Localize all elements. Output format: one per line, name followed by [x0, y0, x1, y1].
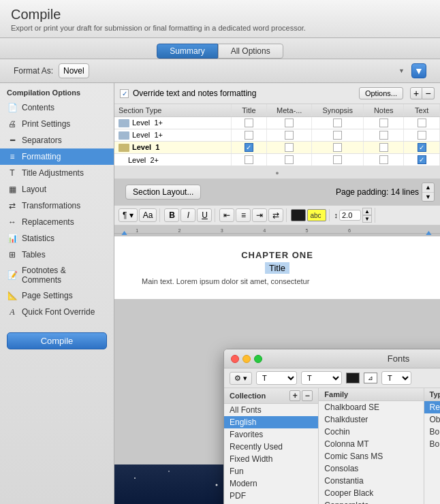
synopsis-cb-3[interactable]	[333, 143, 342, 152]
spacing-input[interactable]	[339, 210, 361, 221]
padding-up-btn[interactable]: ▲	[422, 183, 434, 193]
remove-row-btn[interactable]: −	[422, 87, 435, 99]
sidebar-item-layout[interactable]: ▦ Layout	[0, 181, 114, 198]
list-item-bold[interactable]: Bold	[424, 426, 440, 438]
fonts-text-size-select[interactable]: T	[256, 371, 297, 385]
list-item[interactable]: All Fonts	[224, 404, 318, 416]
sidebar-item-contents[interactable]: 📄 Contents	[0, 99, 114, 116]
title-cb-3[interactable]	[245, 143, 253, 152]
highlight-color[interactable]: abc	[307, 209, 326, 221]
ruler-svg: 1 2 3 4 5 6	[114, 225, 440, 236]
align-left-btn[interactable]: ⇤	[219, 208, 234, 222]
notes-cb-4[interactable]	[379, 155, 388, 164]
table-row[interactable]: Level 1+	[114, 117, 440, 129]
table-row-selected[interactable]: Level 1	[114, 142, 440, 154]
sidebar-item-replacements[interactable]: ↔ Replacements	[0, 214, 114, 230]
align-right-btn[interactable]: ⇥	[252, 208, 267, 222]
list-item-oblique[interactable]: Oblique	[424, 413, 440, 426]
list-item[interactable]: Comic Sans MS	[319, 450, 423, 462]
format-arrow-btn[interactable]: ▼	[411, 63, 426, 78]
list-item[interactable]: Fun	[224, 465, 318, 477]
sidebar-item-tables[interactable]: ⊞ Tables	[0, 247, 114, 263]
bold-btn[interactable]: B	[164, 208, 179, 222]
sidebar-item-print-settings[interactable]: 🖨 Print Settings	[0, 116, 114, 132]
remove-collection-btn[interactable]: −	[302, 390, 313, 401]
sidebar-item-separators[interactable]: ━ Separators	[0, 132, 114, 148]
underline-btn[interactable]: U	[197, 208, 212, 222]
list-item[interactable]: Cochin	[319, 426, 423, 438]
notes-cb-3[interactable]	[379, 143, 388, 152]
padding-down-btn[interactable]: ▼	[422, 193, 434, 202]
table-row[interactable]: Level 2+	[114, 154, 440, 166]
list-item[interactable]: Chalkboard SE	[319, 401, 423, 413]
list-item-bold-oblique[interactable]: Bold Oblique	[424, 438, 440, 450]
title-cb-2[interactable]	[245, 131, 253, 140]
list-item[interactable]: Copperplate	[319, 499, 423, 504]
list-item[interactable]: Consolas	[319, 462, 423, 475]
add-collection-btn[interactable]: +	[289, 390, 300, 401]
list-item[interactable]: English	[224, 416, 318, 428]
text-cb-3[interactable]	[418, 143, 426, 152]
section-layout-btn[interactable]: Section Layout...	[125, 185, 201, 200]
title-cb-1[interactable]	[245, 119, 253, 127]
options-button[interactable]: Options...	[359, 87, 403, 99]
fonts-effect-select[interactable]: T	[381, 371, 411, 385]
typeface-list: Regular Oblique Bold Bold Oblique	[424, 401, 440, 504]
list-item[interactable]: Recently Used	[224, 441, 318, 453]
text-cb-2[interactable]	[418, 131, 426, 140]
sidebar-label-title-adjustments: Title Adjustments	[22, 168, 84, 178]
synopsis-cb-1[interactable]	[333, 119, 342, 127]
list-item-regular[interactable]: Regular	[424, 401, 440, 413]
spacing-down[interactable]: ▼	[362, 215, 372, 223]
fonts-typeface-select[interactable]: T	[301, 371, 342, 385]
list-item[interactable]: PDF	[224, 490, 318, 502]
tab-summary[interactable]: Summary	[157, 44, 217, 59]
sidebar-item-transformations[interactable]: ⇄ Transformations	[0, 198, 114, 214]
list-item[interactable]: Constantia	[319, 475, 423, 487]
format-select[interactable]: Novel	[59, 63, 89, 78]
override-checkbox[interactable]	[120, 89, 129, 98]
fonts-settings-btn[interactable]: ⚙ ▾	[230, 372, 252, 385]
meta-cb-3[interactable]	[285, 143, 294, 152]
sidebar-item-page-settings[interactable]: 📐 Page Settings	[0, 287, 114, 304]
sidebar-item-formatting[interactable]: ≡ Formatting	[0, 148, 114, 165]
meta-cb-4[interactable]	[285, 155, 294, 164]
list-item[interactable]: Modern	[224, 477, 318, 490]
notes-cb-2[interactable]	[379, 131, 388, 140]
sidebar-item-quick-font[interactable]: A Quick Font Override	[0, 304, 114, 320]
title-cb-4[interactable]	[245, 155, 253, 164]
list-item[interactable]: Colonna MT	[319, 438, 423, 450]
list-item[interactable]: Fixed Width	[224, 453, 318, 465]
fonts-color-box[interactable]	[346, 373, 360, 383]
print-settings-icon: 🖨	[7, 119, 18, 129]
sidebar-item-footnotes[interactable]: 📝 Footnotes & Comments	[0, 263, 114, 287]
meta-cb-2[interactable]	[285, 131, 294, 140]
italic-btn[interactable]: I	[180, 208, 195, 222]
list-item[interactable]: Cooper Black	[319, 487, 423, 499]
fonts-path-icon[interactable]: ⊿	[364, 373, 377, 383]
text-color-swatch[interactable]	[291, 209, 306, 221]
list-item[interactable]: Favorites	[224, 428, 318, 441]
compile-button[interactable]: Compile	[7, 332, 107, 349]
close-window-btn[interactable]	[231, 355, 239, 363]
align-justify-btn[interactable]: ⇄	[268, 208, 283, 222]
sidebar-item-statistics[interactable]: 📊 Statistics	[0, 230, 114, 247]
minimize-window-btn[interactable]	[242, 355, 251, 363]
family-list: Chalkboard SE Chalkduster Cochin Colonna…	[319, 401, 423, 504]
add-row-btn[interactable]: +	[410, 87, 422, 99]
notes-cb-1[interactable]	[379, 119, 388, 127]
font-size-btn[interactable]: Aa	[139, 208, 157, 222]
list-item[interactable]: Chalkduster	[319, 413, 423, 426]
text-cb-1[interactable]	[418, 119, 426, 127]
meta-cb-1[interactable]	[285, 119, 294, 127]
align-center-btn[interactable]: ≡	[236, 208, 251, 222]
paragraph-style-btn[interactable]: ¶ ▾	[119, 208, 138, 222]
synopsis-cb-2[interactable]	[333, 131, 342, 140]
text-cb-4[interactable]	[418, 155, 426, 164]
table-row[interactable]: Level 1+	[114, 129, 440, 142]
synopsis-cb-4[interactable]	[333, 155, 342, 164]
tab-all-options[interactable]: All Options	[218, 44, 283, 59]
maximize-window-btn[interactable]	[254, 355, 262, 363]
spacing-up[interactable]: ▲	[362, 208, 372, 215]
sidebar-item-title-adjustments[interactable]: T Title Adjustments	[0, 165, 114, 181]
